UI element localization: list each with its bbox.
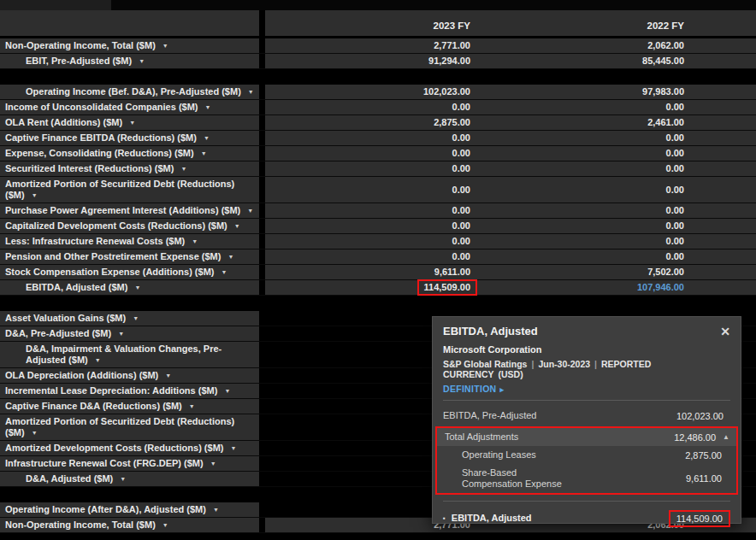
adjustment-item-row: Operating Leases 2,875.00 [437,446,736,464]
row-label[interactable]: Amortized Portion of Securitized Debt (R… [0,177,259,202]
column-gap [259,342,265,367]
total-adjustments-row[interactable]: Total Adjustments 12,486.00 ▲ [437,428,736,446]
row-label[interactable]: Income of Unconsolidated Companies ($M) … [0,100,259,114]
dropdown-caret-icon[interactable]: ▼ [129,120,135,126]
table-header: 2023 FY 2022 FY [0,10,756,38]
dropdown-caret-icon[interactable]: ▼ [234,223,240,229]
adjustment-item-value: 9,611.00 [686,473,722,484]
column-header-2023-fy[interactable]: 2023 FY [265,10,479,36]
row-label-text: Infrastructure Renewal Cost (FRG.DEP) ($… [5,458,204,468]
row-label[interactable]: Purchase Power Agreement Interest (Addit… [0,203,259,218]
dropdown-caret-icon[interactable]: ▼ [248,89,254,95]
collapse-chevron-icon[interactable]: ▲ [723,433,729,441]
value-2022: 0.00 [666,251,684,262]
column-gap [259,472,265,486]
dropdown-caret-icon[interactable]: ▼ [192,238,198,244]
row-label[interactable]: Non-Operating Income, Total ($M) ▼ [0,518,259,532]
table-row: Operating Income (Bef. D&A), Pre-Adjuste… [0,85,756,100]
dropdown-caret-icon[interactable]: ▼ [120,476,126,482]
row-label[interactable]: Stock Compensation Expense (Additions) (… [0,265,259,279]
dropdown-caret-icon[interactable]: ▼ [228,254,234,260]
column-gap [259,54,265,68]
cell-2022-fy: 107,946.00 [479,280,756,295]
column-gap [259,10,265,36]
table-row: Captive Finance EBITDA (Reductions) ($M)… [0,131,756,146]
row-label[interactable]: D&A, Impairment & Valuation Changes, Pre… [0,342,259,367]
dropdown-caret-icon[interactable]: ▼ [95,357,101,363]
dropdown-caret-icon[interactable]: ▼ [32,430,38,436]
close-icon[interactable]: ✕ [720,326,730,338]
result-label: EBITDA, Adjusted [452,513,532,524]
cell-2023-fy: 0.00 [265,161,479,176]
column-gap [259,518,265,532]
pre-adjusted-row: EBITDA, Pre-Adjusted 102,023.00 [443,407,730,425]
row-label[interactable]: Asset Valuation Gains ($M) ▼ [0,311,259,326]
dropdown-caret-icon[interactable]: ▼ [189,403,195,409]
definition-link[interactable]: DEFINITION▸ [443,384,730,394]
row-label[interactable]: Infrastructure Renewal Cost (FRG.DEP) ($… [0,456,259,471]
row-label[interactable]: EBITDA, Adjusted ($M) ▼ [0,280,259,295]
row-label[interactable]: Operating Income (Bef. D&A), Pre-Adjuste… [0,85,259,99]
dropdown-caret-icon[interactable]: ▼ [180,166,186,172]
dropdown-caret-icon[interactable]: ▼ [221,269,227,275]
dropdown-caret-icon[interactable]: ▼ [118,331,124,337]
dropdown-caret-icon[interactable]: ▼ [32,192,38,198]
company-name: Microsoft Corporation [443,344,730,355]
row-label[interactable]: Captive Finance EBITDA (Reductions) ($M)… [0,131,259,145]
row-label[interactable]: Securitized Interest (Reductions) ($M) ▼ [0,161,259,176]
row-label[interactable]: Amortized Development Costs (Reductions)… [0,441,259,455]
cell-2022-fy: 85,445.00 [479,54,756,68]
value-2022: 0.00 [666,132,684,144]
dropdown-caret-icon[interactable]: ▼ [210,461,216,467]
table-row: Securitized Interest (Reductions) ($M) ▼… [0,161,756,177]
row-label-text: Pension and Other Postretirement Expense… [5,251,221,261]
row-label-text: OLA Rent (Additions) ($M) [5,117,122,127]
row-label[interactable]: Non-Operating Income, Total ($M) ▼ [0,38,259,53]
column-gap [259,219,265,233]
dropdown-caret-icon[interactable]: ▼ [133,315,139,321]
divider [443,400,730,401]
cell-2022-fy: 97,983.00 [479,85,756,99]
row-label[interactable]: Operating Income (After D&A), Adjusted (… [0,502,259,517]
annotation-box-adjustments: Total Adjustments 12,486.00 ▲ Operating … [435,426,738,495]
row-label[interactable]: Incremental Lease Depreciation: Addition… [0,384,259,398]
popup-meta: S&P Global Ratings|Jun-30-2023|REPORTED … [443,359,730,379]
dropdown-caret-icon[interactable]: ▼ [165,373,171,379]
dropdown-caret-icon[interactable]: ▼ [224,388,230,394]
dropdown-caret-icon[interactable]: ▼ [213,507,219,513]
dropdown-caret-icon[interactable]: ▼ [205,104,211,110]
row-label[interactable]: OLA Rent (Additions) ($M) ▼ [0,115,259,130]
dropdown-caret-icon[interactable]: ▼ [204,135,210,141]
dropdown-caret-icon[interactable]: ▼ [162,522,168,528]
dropdown-caret-icon[interactable]: ▼ [201,150,207,156]
row-label[interactable]: Amortized Portion of Securitized Debt (R… [0,414,259,440]
column-gap [259,326,265,341]
row-label[interactable]: EBIT, Pre-Adjusted ($M) ▼ [0,54,259,68]
row-label-text: Captive Finance D&A (Reductions) ($M) [5,401,182,411]
row-label[interactable]: Captive Finance D&A (Reductions) ($M) ▼ [0,399,259,414]
row-label[interactable]: OLA Depreciation (Additions) ($M) ▼ [0,368,259,383]
value-2023: 2,771.00 [434,40,470,51]
row-label[interactable]: Expense, Consolidating (Reductions) ($M)… [0,146,259,161]
row-label[interactable]: D&A, Pre-Adjusted ($M) ▼ [0,326,259,341]
row-label-text: Incremental Lease Depreciation: Addition… [5,385,217,396]
value-2022-link[interactable]: 107,946.00 [637,282,684,293]
value-2023: 0.00 [452,148,470,159]
column-header-2022-fy[interactable]: 2022 FY [479,10,756,36]
column-gap [259,280,265,295]
dropdown-caret-icon[interactable]: ▼ [231,445,237,451]
dropdown-caret-icon[interactable]: ▼ [247,208,253,214]
dropdown-caret-icon[interactable]: ▼ [134,285,140,291]
value-2022: 7,502.00 [647,267,684,278]
value-2023: 2,875.00 [434,117,470,128]
cell-2023-fy: 91,294.00 [265,54,479,68]
annotation-box-table-value: 114,509.00 [417,279,477,296]
cell-2023-fy: 2,771.00 [265,38,479,53]
row-label-text: Stock Compensation Expense (Additions) (… [5,267,214,277]
dropdown-caret-icon[interactable]: ▼ [139,58,145,64]
row-label[interactable]: Capitalized Development Costs (Reduction… [0,219,259,233]
row-label[interactable]: D&A, Adjusted ($M) ▼ [0,472,259,486]
dropdown-caret-icon[interactable]: ▼ [162,43,168,49]
row-label[interactable]: Less: Infrastructure Renewal Costs ($M) … [0,234,259,249]
row-label[interactable]: Pension and Other Postretirement Expense… [0,249,259,264]
